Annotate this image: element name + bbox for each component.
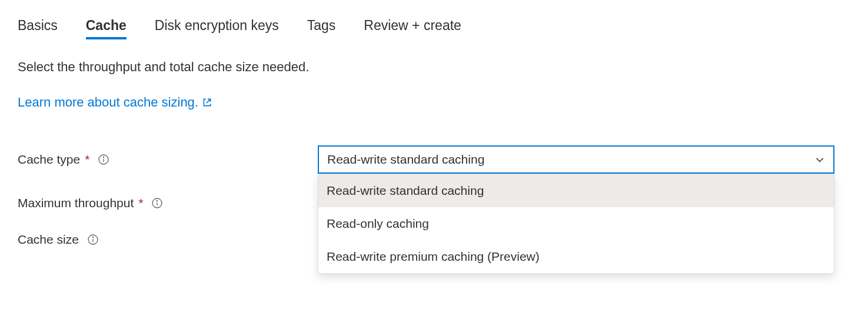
cache-type-dropdown[interactable]: Read-write standard caching bbox=[318, 145, 834, 174]
info-icon[interactable] bbox=[87, 234, 99, 245]
tab-review-create[interactable]: Review + create bbox=[364, 18, 461, 38]
learn-more-text: Learn more about cache sizing. bbox=[18, 95, 198, 110]
required-asterisk: * bbox=[85, 152, 89, 167]
dropdown-option[interactable]: Read-write standard caching bbox=[318, 174, 834, 207]
svg-point-2 bbox=[104, 157, 104, 157]
dropdown-option[interactable]: Read-write premium caching (Preview) bbox=[318, 240, 834, 273]
cache-type-selected-value: Read-write standard caching bbox=[327, 152, 484, 167]
svg-point-5 bbox=[157, 200, 158, 201]
dropdown-container-cache-type: Read-write standard caching Read-write s… bbox=[318, 145, 834, 174]
external-link-icon bbox=[202, 97, 212, 108]
svg-point-8 bbox=[92, 237, 93, 237]
info-icon[interactable] bbox=[151, 197, 163, 209]
cache-type-dropdown-list: Read-write standard caching Read-only ca… bbox=[318, 174, 834, 274]
form-row-cache-type: Cache type * Read-write standard caching… bbox=[18, 145, 850, 174]
tab-tags[interactable]: Tags bbox=[307, 18, 336, 38]
tabs-container: Basics Cache Disk encryption keys Tags R… bbox=[18, 18, 850, 38]
required-asterisk: * bbox=[138, 196, 143, 210]
page-description: Select the throughput and total cache si… bbox=[18, 59, 850, 75]
dropdown-option[interactable]: Read-only caching bbox=[318, 207, 834, 240]
label-max-throughput: Maximum throughput * bbox=[18, 196, 318, 210]
info-icon[interactable] bbox=[98, 154, 109, 165]
tab-cache[interactable]: Cache bbox=[86, 18, 127, 38]
tab-basics[interactable]: Basics bbox=[18, 18, 58, 38]
chevron-down-icon bbox=[814, 154, 825, 165]
label-cache-type: Cache type * bbox=[18, 152, 318, 167]
label-cache-size: Cache size bbox=[18, 233, 318, 247]
label-max-throughput-text: Maximum throughput bbox=[18, 196, 134, 210]
label-cache-type-text: Cache type bbox=[18, 152, 80, 167]
tab-disk-encryption-keys[interactable]: Disk encryption keys bbox=[155, 18, 279, 38]
label-cache-size-text: Cache size bbox=[18, 233, 79, 247]
learn-more-link[interactable]: Learn more about cache sizing. bbox=[18, 95, 212, 110]
